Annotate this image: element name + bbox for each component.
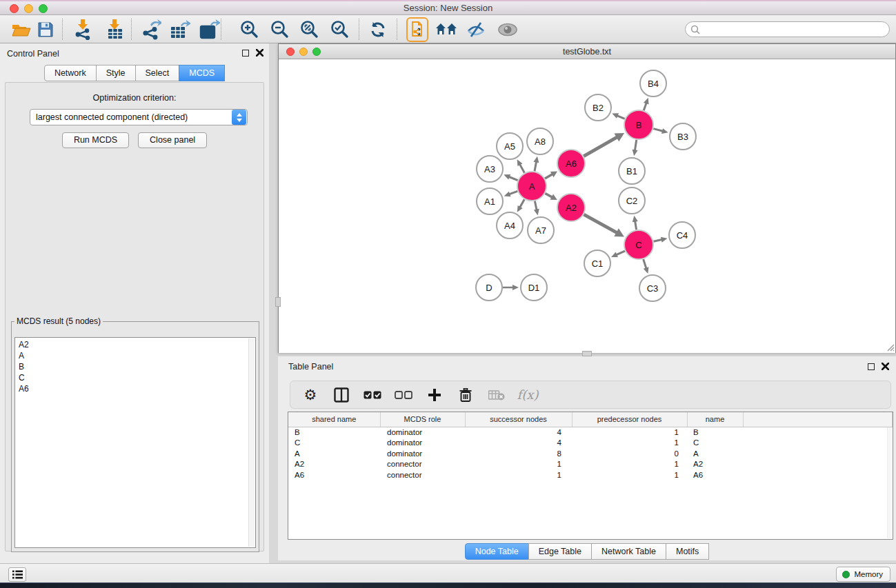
column-header[interactable]: predecessor nodes <box>572 412 687 427</box>
cell-name[interactable]: A2 <box>687 459 743 470</box>
mcds-result-item[interactable]: C <box>19 372 255 383</box>
close-panel-button[interactable]: Close panel <box>138 132 207 148</box>
close-window-button[interactable] <box>10 4 19 13</box>
zoom-window-button[interactable] <box>39 4 48 13</box>
zoom-selected-icon[interactable] <box>328 18 351 41</box>
table-row[interactable]: B dominator 4 1 B <box>288 427 893 438</box>
mcds-result-item[interactable]: A <box>19 350 255 361</box>
tab-motifs[interactable]: Motifs <box>666 543 709 560</box>
open-file-icon[interactable] <box>10 18 33 41</box>
cell-predecessor-nodes[interactable]: 1 <box>572 459 687 470</box>
close-table-panel-icon[interactable] <box>882 363 889 370</box>
network-edge-A-A6[interactable] <box>545 174 553 179</box>
network-edge-A-A4[interactable] <box>519 199 524 208</box>
cell-successor-nodes[interactable]: 4 <box>465 438 572 449</box>
network-edge-C-C2[interactable] <box>635 221 636 230</box>
float-table-panel-icon[interactable] <box>868 363 875 370</box>
network-window-titlebar[interactable]: testGlobe.txt <box>279 44 895 59</box>
network-edge-C-C1[interactable] <box>615 251 624 255</box>
float-panel-icon[interactable] <box>242 50 249 57</box>
horizontal-splitter-grip[interactable] <box>582 351 592 356</box>
cell-shared-name[interactable]: A <box>288 448 380 459</box>
table-row[interactable]: A6 connector 1 1 A6 <box>288 469 893 480</box>
minimize-view-button[interactable] <box>299 48 308 56</box>
run-mcds-button[interactable]: Run MCDS <box>62 132 129 148</box>
network-edge-A-A1[interactable] <box>508 191 517 194</box>
unselect-all-columns-icon[interactable] <box>395 386 412 404</box>
cell-mcds-role[interactable]: connector <box>380 469 465 480</box>
cell-shared-name[interactable]: A6 <box>288 469 380 480</box>
import-network-icon[interactable] <box>72 18 95 41</box>
cell-mcds-role[interactable]: dominator <box>380 448 465 459</box>
column-header[interactable]: MCDS role <box>380 412 465 427</box>
result-list-scrollbar[interactable] <box>248 338 255 547</box>
tab-style[interactable]: Style <box>96 65 136 81</box>
export-image-icon[interactable] <box>198 18 221 41</box>
tab-node-table[interactable]: Node Table <box>465 543 529 560</box>
cell-successor-nodes[interactable]: 8 <box>465 448 572 459</box>
column-manager-icon[interactable] <box>332 386 350 404</box>
network-edge-A-A8[interactable] <box>535 161 537 172</box>
cell-shared-name[interactable]: C <box>288 438 380 449</box>
table-scrollbar[interactable] <box>887 427 892 538</box>
table-options-gear-icon[interactable]: ⚙ <box>301 386 319 404</box>
network-edge-A-A3[interactable] <box>508 176 518 181</box>
mcds-result-item[interactable]: B <box>19 361 255 372</box>
column-header[interactable]: name <box>687 412 743 427</box>
cell-predecessor-nodes[interactable]: 1 <box>572 438 687 449</box>
cell-name[interactable]: A <box>687 448 743 459</box>
cell-mcds-role[interactable]: dominator <box>380 427 465 438</box>
cell-mcds-role[interactable]: dominator <box>380 438 465 449</box>
network-edge-C-C3[interactable] <box>644 259 647 269</box>
cell-shared-name[interactable]: B <box>288 427 380 438</box>
optimization-criterion-select[interactable]: largest connected component (directed) <box>30 109 248 125</box>
show-details-eye-icon[interactable] <box>496 18 519 41</box>
cell-successor-nodes[interactable]: 4 <box>465 427 572 438</box>
cell-mcds-role[interactable]: connector <box>380 459 465 470</box>
mcds-result-list[interactable]: A2 A B C A6 <box>14 337 256 548</box>
cell-predecessor-nodes[interactable]: 1 <box>572 469 687 480</box>
share-document-icon[interactable] <box>406 18 429 41</box>
select-all-columns-icon[interactable] <box>364 386 381 404</box>
import-table-icon[interactable] <box>103 18 127 41</box>
export-table-icon[interactable] <box>168 18 192 41</box>
mcds-result-item[interactable]: A6 <box>19 383 255 394</box>
search-input[interactable] <box>703 23 889 36</box>
network-canvas[interactable]: AA1A2A3A4A5A6A7A8BB1B2B3B4CC1C2C3C4DD1 <box>279 60 895 353</box>
zoom-out-icon[interactable] <box>268 18 291 41</box>
network-edge-A6-B[interactable] <box>584 136 617 156</box>
export-network-icon[interactable] <box>139 18 163 41</box>
tab-select[interactable]: Select <box>135 65 180 81</box>
close-view-button[interactable] <box>286 48 295 56</box>
refresh-icon[interactable] <box>366 18 390 41</box>
cell-name[interactable]: B <box>687 427 743 438</box>
tab-edge-table[interactable]: Edge Table <box>528 543 592 560</box>
vertical-splitter-grip[interactable] <box>275 297 281 307</box>
style-preview-icon[interactable] <box>464 18 488 41</box>
add-column-plus-icon[interactable] <box>426 386 444 404</box>
cell-successor-nodes[interactable]: 1 <box>465 469 572 480</box>
select-stepper[interactable] <box>232 110 246 125</box>
network-edge-C-C4[interactable] <box>653 239 662 241</box>
network-edge-B-B3[interactable] <box>653 129 664 132</box>
table-row[interactable]: A2 connector 1 1 A2 <box>288 459 893 470</box>
table-row[interactable]: A dominator 8 0 A <box>288 448 893 459</box>
zoom-view-button[interactable] <box>312 48 321 56</box>
search-field[interactable] <box>685 21 890 37</box>
tab-network[interactable]: Network <box>44 65 97 81</box>
close-panel-icon[interactable] <box>256 49 263 57</box>
cell-successor-nodes[interactable]: 1 <box>465 459 572 470</box>
home-views-icon[interactable] <box>435 18 458 41</box>
cell-name[interactable]: C <box>687 438 743 449</box>
window-resize-grip[interactable] <box>886 343 895 352</box>
save-session-icon[interactable] <box>34 18 57 41</box>
zoom-fit-icon[interactable] <box>297 18 321 41</box>
memory-button[interactable]: Memory <box>836 567 890 582</box>
delete-columns-trash-icon[interactable] <box>457 386 475 404</box>
cell-name[interactable]: A6 <box>687 469 743 480</box>
network-edge-A2-C[interactable] <box>584 214 617 233</box>
network-edge-A-A7[interactable] <box>535 201 537 211</box>
table-row[interactable]: C dominator 4 1 C <box>288 438 893 449</box>
cell-predecessor-nodes[interactable]: 1 <box>572 427 687 438</box>
delete-table-icon[interactable] <box>488 386 506 404</box>
